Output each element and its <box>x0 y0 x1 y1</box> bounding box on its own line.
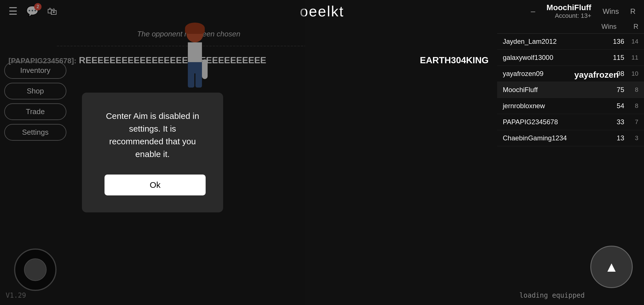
account-age: Account: 13+ <box>547 12 591 19</box>
lb-player-rank: 3 <box>624 134 638 142</box>
game-title: oeelkt <box>300 3 344 20</box>
game-area: The opponent has been chosen ⁻⁻⁻⁻⁻⁻⁻⁻⁻⁻⁻… <box>0 0 305 305</box>
leaderboard-rows: Jayden_Lam201213614galaxywolf1300011511y… <box>497 34 644 146</box>
loading-text: loading equipped <box>519 291 585 299</box>
attack-icon: ▲ <box>604 259 619 275</box>
lb-player-name: galaxywolf13000 <box>503 54 602 62</box>
lb-player-wins: 115 <box>602 54 624 62</box>
lb-wins-header: Wins <box>601 23 616 30</box>
lb-player-name: PAPAPIG2345678 <box>503 118 602 126</box>
lb-player-rank: 14 <box>624 38 638 45</box>
lb-player-rank: 7 <box>624 118 638 126</box>
leaderboard-row: Jayden_Lam201213614 <box>497 34 644 50</box>
wins-column-header: Wins <box>602 7 619 16</box>
rank-column-header: R <box>630 7 636 16</box>
leaderboard-row: MoochiFluff758 <box>497 82 644 98</box>
lb-player-name: Jayden_Lam2012 <box>503 38 602 45</box>
leaderboard-row: galaxywolf1300011511 <box>497 50 644 66</box>
username-display: MoochiFluff <box>547 3 591 12</box>
dialog-ok-button[interactable]: Ok <box>105 175 206 195</box>
leaderboard-row: PAPAPIG2345678337 <box>497 114 644 130</box>
earth304king-nametag: EARTH304KING <box>420 55 489 66</box>
lb-player-wins: 54 <box>602 102 624 110</box>
lb-player-rank: 10 <box>624 70 638 77</box>
lb-player-name: jernrobloxnew <box>503 102 602 110</box>
dialog-overlay: Center Aim is disabled in settings. It i… <box>0 0 305 305</box>
leaderboard-row: ChaebinGaming1234133 <box>497 130 644 146</box>
user-info: MoochiFluff Account: 13+ <box>547 3 591 19</box>
lb-player-rank: 8 <box>624 102 638 110</box>
yayafrozen-nametag: yayafrozen <box>574 70 619 80</box>
dialog-box: Center Aim is disabled in settings. It i… <box>82 93 223 212</box>
lb-player-wins: 13 <box>602 134 624 142</box>
lb-player-name: ChaebinGaming1234 <box>503 134 602 142</box>
lb-player-rank: 8 <box>624 86 638 93</box>
leaderboard-row: yayafrozen099810 <box>497 66 644 82</box>
lb-player-wins: 136 <box>602 38 624 45</box>
lb-player-wins: 75 <box>602 86 624 94</box>
lb-player-name: MoochiFluff <box>503 86 602 94</box>
leaderboard-row: jernrobloxnew548 <box>497 98 644 114</box>
top-right: – MoochiFluff Account: 13+ Wins R <box>531 3 636 19</box>
leaderboard: Wins R Jayden_Lam201213614galaxywolf1300… <box>497 20 644 146</box>
lb-player-rank: 11 <box>624 54 638 61</box>
lb-rank-header: R <box>634 23 638 30</box>
lb-player-wins: 33 <box>602 118 624 126</box>
attack-button[interactable]: ▲ <box>590 246 633 288</box>
dialog-message: Center Aim is disabled in settings. It i… <box>105 110 201 160</box>
